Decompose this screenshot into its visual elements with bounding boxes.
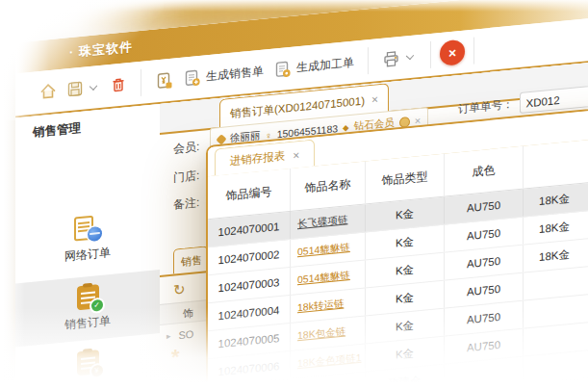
order-number-label: 订单单号：: [458, 96, 514, 117]
detail-tab-sales[interactable]: 销售单: [173, 246, 208, 273]
store-label: 门店:: [173, 168, 199, 187]
generate-sales-order-label: 生成销售单: [206, 63, 264, 85]
sidebar-item-label: 销售单: [70, 379, 105, 389]
save-icon: [66, 80, 84, 99]
item-name-link[interactable]: 18K包金链: [297, 324, 345, 343]
printer-icon: [382, 48, 400, 68]
yen-badge-icon: ¥: [91, 365, 103, 377]
save-dropdown-chevron-icon[interactable]: [89, 82, 97, 90]
sales-order-icon: ✓: [77, 284, 99, 310]
toolbar-separator: [368, 47, 369, 74]
row-expander-icon[interactable]: ▸: [166, 331, 171, 341]
print-button[interactable]: [377, 42, 422, 72]
column-header-item-code[interactable]: 饰品编号: [208, 169, 291, 219]
detail-row-text: SO: [179, 328, 194, 342]
toolbar-separator: [430, 41, 431, 68]
generate-process-order-label: 生成加工单: [296, 54, 354, 76]
toolbar-separator: [473, 38, 474, 65]
sidebar-item-network-orders[interactable]: 网络订单: [15, 200, 160, 277]
report-tab-close-icon[interactable]: ×: [293, 149, 299, 162]
network-order-icon: [73, 214, 102, 242]
sidebar-item-sales-orders[interactable]: ✓ 销售订单: [15, 270, 160, 347]
home-icon: [39, 82, 57, 101]
delete-button[interactable]: [105, 71, 132, 99]
screenshot-canvas: · 珠宝软件 生成销售单: [0, 0, 588, 389]
item-name-link[interactable]: 0514貔貅链: [297, 241, 350, 259]
column-header-item-type[interactable]: 饰品类型: [366, 154, 445, 204]
generate-sales-order-button[interactable]: 生成销售单: [178, 58, 268, 92]
generate-process-order-button[interactable]: 生成加工单: [268, 49, 359, 84]
loading-spinner-icon: *: [171, 345, 180, 371]
detail-column-label: 饰: [183, 307, 193, 320]
tilted-stage: · 珠宝软件 生成销售单: [0, 0, 588, 389]
report-tab-label: 进销存报表: [230, 148, 286, 169]
save-button[interactable]: [62, 74, 105, 103]
tab-close-icon[interactable]: ×: [371, 93, 378, 106]
report-table: 饰品编号 饰品名称 饰品类型 成色 1024070001 长飞碟项链 K金 AU…: [208, 135, 588, 389]
sidebar: 销售管理 网络订单 ✓ 销售订单 ¥ 销售单 ·······: [15, 104, 161, 389]
clipboard-plus-icon: [183, 67, 201, 88]
note-label: 备注:: [173, 194, 199, 214]
receipt-yen-button[interactable]: [150, 66, 178, 95]
close-window-button[interactable]: ×: [440, 39, 465, 66]
item-name-link[interactable]: 18K金色项链1: [297, 351, 362, 371]
close-x-icon: ×: [448, 45, 456, 60]
yen-document-icon: [155, 70, 173, 91]
item-name-link[interactable]: 18k转运链: [297, 298, 344, 316]
refresh-icon[interactable]: ↻: [173, 280, 186, 298]
trash-icon: [110, 75, 127, 94]
home-button[interactable]: [35, 78, 62, 106]
check-badge-icon: ✓: [91, 299, 103, 312]
member-label: 会员:: [173, 139, 199, 158]
print-dropdown-chevron-icon[interactable]: [406, 52, 414, 60]
column-header-purity[interactable]: 成色: [445, 146, 524, 196]
clipboard-gear-icon: [273, 59, 292, 79]
sidebar-item-label: 销售订单: [64, 313, 111, 334]
report-window: 进销存报表 × 饰品编号 饰品名称 饰品类型 成色 1024070001 长飞碟…: [206, 103, 588, 389]
item-name-link[interactable]: 貔貅吊坠链: [297, 380, 348, 389]
item-name-link[interactable]: 0514貔貅链: [297, 269, 350, 287]
item-name-link[interactable]: 长飞碟项链: [297, 213, 348, 231]
sidebar-item-label: 网络订单: [64, 244, 111, 265]
column-header-item-name[interactable]: 饰品名称: [291, 161, 366, 211]
toolbar-separator: [141, 69, 141, 96]
sales-ticket-icon: ¥: [77, 350, 99, 376]
